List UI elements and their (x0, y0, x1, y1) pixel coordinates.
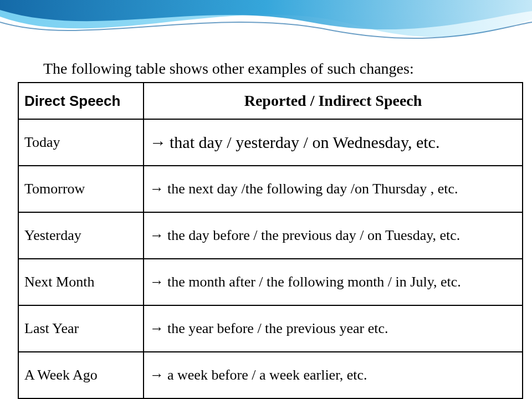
arrow-icon: → (150, 274, 164, 290)
cell-reported: →a week before / a week earlier, etc. (144, 352, 523, 398)
cell-direct: A Week Ago (18, 352, 144, 398)
arrow-icon: → (150, 227, 164, 244)
table-row: A Week Ago →a week before / a week earli… (18, 352, 523, 398)
table-header-row: Direct Speech Reported / Indirect Speech (18, 83, 523, 119)
cell-reported: →that day / yesterday / on Wednesday, et… (144, 119, 523, 166)
table-row: Next Month →the month after / the follow… (18, 259, 523, 305)
intro-text: The following table shows other examples… (43, 60, 414, 78)
cell-direct: Next Month (18, 259, 144, 305)
header-direct: Direct Speech (18, 83, 144, 119)
arrow-icon: → (150, 133, 166, 152)
speech-changes-table: Direct Speech Reported / Indirect Speech… (18, 82, 523, 399)
reported-text: a week before / a week earlier, etc. (167, 367, 367, 383)
cell-direct: Yesterday (18, 212, 144, 259)
arrow-icon: → (150, 367, 164, 383)
reported-text: that day / yesterday / on Wednesday, etc… (170, 133, 439, 151)
cell-reported: →the year before / the previous year etc… (144, 305, 523, 352)
table-row: Tomorrow →the next day /the following da… (18, 166, 523, 212)
table-row: Last Year →the year before / the previou… (18, 305, 523, 352)
cell-reported: →the day before / the previous day / on … (144, 212, 523, 259)
header-reported: Reported / Indirect Speech (144, 83, 523, 119)
cell-direct: Last Year (18, 305, 144, 352)
reported-text: the next day /the following day /on Thur… (167, 181, 458, 197)
arrow-icon: → (150, 181, 164, 197)
cell-reported: →the next day /the following day /on Thu… (144, 166, 523, 212)
cell-direct: Today (18, 119, 144, 166)
cell-direct: Tomorrow (18, 166, 144, 212)
reported-text: the year before / the previous year etc. (167, 320, 388, 336)
reported-text: the day before / the previous day / on T… (167, 227, 460, 243)
cell-reported: →the month after / the following month /… (144, 259, 523, 305)
reported-text: the month after / the following month / … (167, 274, 461, 290)
table-row: Today →that day / yesterday / on Wednesd… (18, 119, 523, 166)
table-row: Yesterday →the day before / the previous… (18, 212, 523, 259)
arrow-icon: → (150, 320, 164, 337)
